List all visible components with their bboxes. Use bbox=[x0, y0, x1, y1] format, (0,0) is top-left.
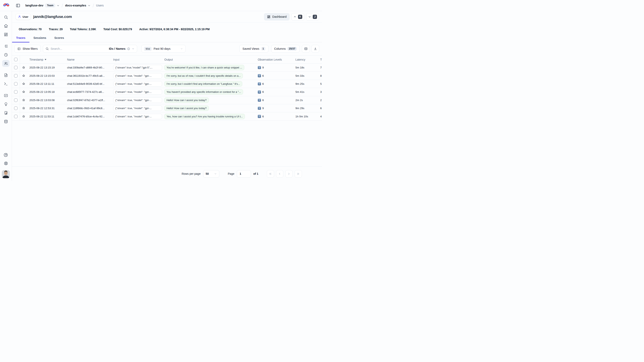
sidebar-item-dashboards[interactable] bbox=[2, 31, 10, 38]
next-item-button[interactable]: J bbox=[306, 13, 319, 20]
sidebar-item-users[interactable] bbox=[2, 60, 10, 67]
download-icon bbox=[314, 47, 317, 50]
table-row[interactable]: 2025-08-22 13:05:18 chat:ec685f77-7374-4… bbox=[12, 88, 322, 96]
clipboard-pen-icon bbox=[4, 111, 8, 115]
user-avatar[interactable] bbox=[2, 170, 10, 178]
org-plan-badge: Team bbox=[45, 4, 55, 8]
select-all-checkbox[interactable] bbox=[14, 58, 18, 61]
row-checkbox[interactable] bbox=[14, 115, 18, 118]
latency-cell: 5m 41s bbox=[294, 90, 318, 94]
output-cell[interactable]: You haven't provided any specific inform… bbox=[162, 89, 256, 95]
tab-sessions[interactable]: Sessions bbox=[30, 36, 50, 42]
breadcrumb-org[interactable]: langfuse-dev bbox=[25, 4, 43, 7]
clock-icon bbox=[4, 53, 8, 57]
row-height-button[interactable] bbox=[302, 45, 310, 52]
sidebar-item-sessions[interactable] bbox=[2, 51, 10, 58]
sidebar-item-datasets[interactable] bbox=[2, 118, 10, 125]
favorite-star-icon[interactable] bbox=[22, 98, 25, 102]
langfuse-logo-icon[interactable] bbox=[3, 3, 10, 8]
date-range-dropdown[interactable]: 90d Past 90 days bbox=[141, 45, 186, 52]
favorite-star-icon[interactable] bbox=[22, 66, 25, 69]
sidebar-item-evaluation[interactable] bbox=[2, 92, 10, 99]
sidebar-item-annotation[interactable] bbox=[2, 109, 10, 116]
sidebar-item-tracing[interactable] bbox=[2, 43, 10, 50]
sidebar-item-support[interactable] bbox=[2, 160, 10, 167]
row-checkbox[interactable] bbox=[14, 90, 18, 94]
chevron-down-icon[interactable] bbox=[56, 4, 60, 7]
next-page-button[interactable] bbox=[285, 170, 292, 178]
page-title: jannik@langfuse.com bbox=[33, 14, 72, 19]
table-row[interactable]: 2025-08-22 13:11:11 chat:513e84e9-9039-4… bbox=[12, 80, 322, 88]
sidebar-item-playground[interactable] bbox=[2, 80, 10, 87]
table-row[interactable]: 2025-08-22 13:03:08 chat:02f63f47-87b2-4… bbox=[12, 96, 322, 104]
sidebar-toggle-icon[interactable] bbox=[15, 2, 21, 8]
sidebar-item-settings[interactable] bbox=[2, 151, 10, 158]
home-icon bbox=[4, 24, 8, 28]
row-checkbox[interactable] bbox=[14, 66, 18, 69]
input-cell[interactable]: {"stream":true,"model":"gpt-5",... bbox=[111, 65, 162, 70]
input-cell[interactable]: {"stream": true, "model": "gpt-... bbox=[111, 73, 162, 78]
trace-name-cell: chat:116fbfdc-0fd3-41af-99c8... bbox=[65, 107, 111, 110]
page-number-input[interactable] bbox=[237, 170, 251, 178]
observation-levels-cell: i6 bbox=[256, 82, 294, 86]
header-actions: Dashboard K J bbox=[264, 13, 319, 20]
tab-traces[interactable]: Traces bbox=[12, 36, 30, 42]
breadcrumb-separator bbox=[93, 4, 94, 7]
row-checkbox[interactable] bbox=[14, 98, 18, 102]
sidebar-item-home[interactable] bbox=[2, 22, 10, 29]
breadcrumb-page: Users bbox=[96, 4, 104, 7]
table-row[interactable]: 2025-08-22 13:15:19 chat:330bd4e7-d869-4… bbox=[12, 64, 322, 72]
favorite-star-icon[interactable] bbox=[22, 82, 25, 86]
previous-item-button[interactable]: K bbox=[292, 13, 304, 20]
columns-button[interactable]: Columns 25/37 bbox=[271, 45, 300, 52]
column-header-timestamp[interactable]: Timestamp bbox=[27, 58, 65, 61]
favorite-star-icon[interactable] bbox=[22, 106, 25, 110]
output-cell[interactable]: You’re welcome! If you’d like, I can sha… bbox=[162, 65, 256, 70]
tab-scores[interactable]: Scores bbox=[50, 36, 68, 42]
search-input[interactable] bbox=[50, 47, 107, 50]
tokens-cell: 5 bbox=[318, 82, 322, 85]
input-cell[interactable]: {"stream": true, "model": "gpt-... bbox=[111, 98, 162, 103]
last-page-button[interactable] bbox=[294, 170, 302, 178]
input-cell[interactable]: {"stream": true, "model": "gpt-... bbox=[111, 81, 162, 86]
output-cell[interactable]: Yes, how can I assist you? Are you havin… bbox=[162, 114, 256, 119]
export-button[interactable] bbox=[312, 45, 319, 52]
rows-per-page-select[interactable]: 50 bbox=[203, 170, 219, 178]
output-cell[interactable]: Hello! How can I assist you today? bbox=[162, 98, 256, 103]
favorite-star-icon[interactable] bbox=[22, 74, 25, 78]
table-row[interactable]: 2025-08-22 12:53:31 chat:116fbfdc-0fd3-4… bbox=[12, 104, 322, 112]
favorite-star-icon[interactable] bbox=[22, 90, 25, 94]
row-checkbox[interactable] bbox=[14, 106, 18, 110]
table-row[interactable]: 2025-08-22 13:15:03 chat:3611931b-bc77-4… bbox=[12, 72, 322, 80]
table-row[interactable]: 2025-08-22 11:53:11 chat:1cb67476-b5ce-4… bbox=[12, 112, 322, 120]
row-checkbox[interactable] bbox=[14, 82, 18, 86]
search-scope-dropdown[interactable]: IDs / Names bbox=[109, 47, 134, 50]
sidebar-item-prompts[interactable] bbox=[2, 72, 10, 78]
column-header-name: Name bbox=[65, 58, 111, 61]
saved-views-button[interactable]: Saved Views 1 bbox=[240, 45, 268, 52]
shortcut-key-k: K bbox=[298, 15, 302, 19]
sidebar-item-ideas[interactable] bbox=[2, 101, 10, 108]
observation-levels-cell: i6 bbox=[256, 90, 294, 94]
show-filters-button[interactable]: Show filters bbox=[14, 45, 41, 52]
row-height-icon bbox=[304, 47, 308, 50]
page-label: Page bbox=[228, 172, 234, 175]
breadcrumb-project[interactable]: docs-examples bbox=[65, 4, 86, 7]
input-cell[interactable]: {"stream": true, "model": "gpt-... bbox=[111, 114, 162, 119]
sidebar-item-search[interactable] bbox=[2, 14, 10, 20]
dashboard-button[interactable]: Dashboard bbox=[264, 13, 290, 20]
tokens-cell: 7 bbox=[318, 66, 322, 69]
chevron-down-icon[interactable] bbox=[88, 4, 90, 7]
row-checkbox[interactable] bbox=[14, 74, 18, 78]
input-cell[interactable]: {"stream": true, "model": "gpt-... bbox=[111, 106, 162, 111]
favorite-star-icon[interactable] bbox=[22, 115, 25, 118]
saved-views-label: Saved Views bbox=[242, 47, 259, 50]
tokens-cell: 8 bbox=[318, 74, 322, 77]
output-cell[interactable]: Hello! How can I assist you today? bbox=[162, 106, 256, 111]
output-cell[interactable]: I'm sorry, but I couldn't find any infor… bbox=[162, 81, 256, 86]
timestamp-cell: 2025-08-22 13:15:03 bbox=[27, 74, 65, 77]
input-cell[interactable]: {"stream": true, "model": "gpt-... bbox=[111, 89, 162, 95]
output-cell[interactable]: I'm sorry, but as of now, I couldn't fin… bbox=[162, 73, 256, 78]
first-page-button[interactable] bbox=[267, 170, 274, 178]
previous-page-button[interactable] bbox=[276, 170, 283, 178]
